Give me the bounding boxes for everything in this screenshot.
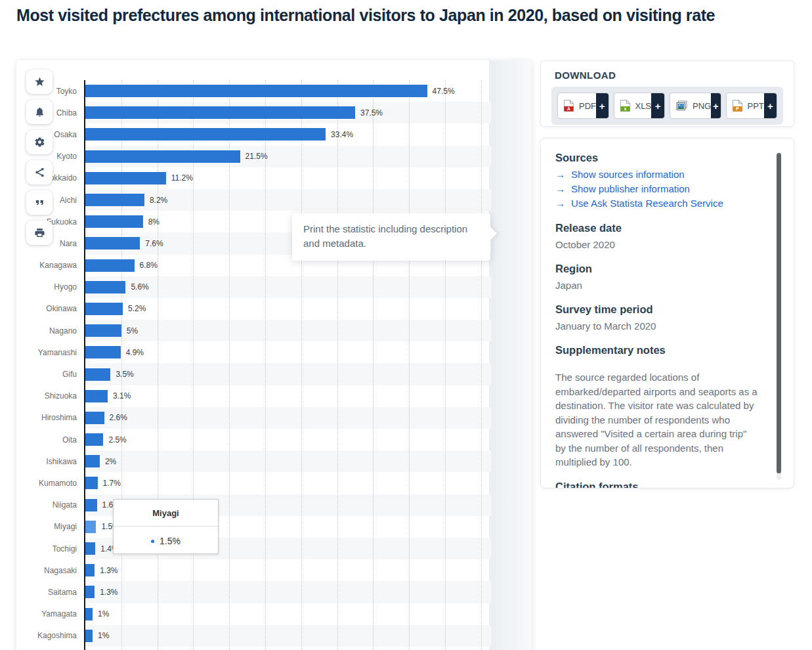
chart-bar-kyoto[interactable]	[85, 150, 240, 163]
png-download-button[interactable]: PNG+	[670, 93, 721, 119]
scrollbar-thumb[interactable]	[777, 153, 781, 473]
xls-download-button[interactable]: xXLS+	[614, 93, 666, 119]
chart-bar-hyogo[interactable]	[85, 281, 125, 293]
chart-row: Kyoto21.5%	[85, 146, 491, 167]
show-sources-information-link[interactable]: →Show sources information	[555, 167, 759, 182]
value-label: 3.5%	[116, 370, 133, 379]
region-value: Japan	[555, 278, 759, 292]
source-link-label: Use Ask Statista Research Service	[571, 196, 723, 211]
printer-icon	[34, 227, 45, 238]
chart-bar-miyagi[interactable]	[85, 521, 96, 533]
chart-bar-saitama[interactable]	[85, 586, 95, 598]
chart-bar-oita[interactable]	[85, 433, 103, 446]
page-title: Most visited prefectures among internati…	[16, 3, 784, 28]
chart-bar-kagoshima[interactable]	[85, 630, 93, 642]
ppt-download-button[interactable]: PPPT+	[726, 93, 778, 119]
value-label: 2%	[105, 457, 116, 466]
quote-icon	[34, 197, 45, 208]
category-label: Nagasaki	[16, 566, 77, 575]
print-button[interactable]	[26, 221, 53, 245]
chart-bar-kanagawa[interactable]	[85, 259, 135, 272]
pdf-label: PDF	[579, 101, 596, 111]
value-label: 33.4%	[331, 130, 353, 139]
category-label: Tochigi	[16, 544, 77, 553]
gridline	[229, 80, 230, 650]
gridline	[301, 80, 302, 650]
value-label: 47.5%	[433, 87, 455, 96]
gridline	[265, 80, 266, 650]
chart-row: Aichi8.2%	[85, 189, 491, 211]
pdf-download-button[interactable]: APDF+	[557, 93, 609, 119]
show-publisher-information-link[interactable]: →Show publisher information	[555, 182, 759, 196]
page: Most visited prefectures among internati…	[0, 0, 812, 650]
source-link-label: Show publisher information	[571, 182, 690, 196]
ppt-plus-button[interactable]: +	[764, 93, 777, 118]
chart-bar-shizuoka[interactable]	[85, 390, 108, 402]
gear-icon	[34, 137, 45, 148]
alert-button[interactable]	[26, 100, 53, 124]
category-label: Gifu	[16, 370, 77, 379]
chart-row: Kumamoto1.7%	[85, 472, 491, 494]
chart-bar-hokkaido[interactable]	[85, 172, 166, 184]
share-button[interactable]	[26, 160, 53, 184]
svg-text:P: P	[736, 106, 739, 111]
chart-row: Kagoshima1%	[85, 625, 491, 647]
value-label: 3.1%	[113, 391, 131, 401]
chart-bar-yamanashi[interactable]	[85, 346, 121, 358]
chart-bar-chiba[interactable]	[85, 106, 355, 119]
ask-statista-research-link[interactable]: →Use Ask Statista Research Service	[555, 196, 759, 211]
supplementary-notes-heading: Supplementary notes	[555, 344, 759, 357]
value-label: 7.6%	[145, 239, 163, 248]
chart-bar-tochigi[interactable]	[85, 542, 95, 555]
png-plus-button[interactable]: +	[711, 93, 720, 118]
value-label: 5%	[127, 326, 138, 336]
chart-bar-toyko[interactable]	[85, 85, 427, 97]
chart-row: Yamanashi4.9%	[85, 341, 491, 363]
value-label: 21.5%	[246, 152, 268, 161]
value-label: 5.2%	[128, 304, 146, 313]
chart-bar-fukuoka[interactable]	[85, 215, 143, 228]
gridline	[193, 80, 194, 650]
gridline	[121, 80, 122, 650]
release-date-value: October 2020	[555, 238, 759, 251]
chart-row: Nagano5%	[85, 320, 491, 341]
survey-period-heading: Survey time period	[555, 303, 759, 316]
svg-text:A: A	[567, 106, 570, 111]
chart-row: Hiroshima2.6%	[85, 407, 491, 429]
chart-bar-nagano[interactable]	[85, 324, 121, 337]
svg-text:x: x	[624, 106, 626, 112]
pdf-plus-button[interactable]: +	[596, 93, 609, 118]
chart-bar-niigata[interactable]	[85, 499, 97, 511]
value-label: 4.9%	[126, 348, 144, 357]
download-card: DOWNLOAD APDF+xXLS+PNG+PPPT+	[540, 60, 794, 127]
xls-plus-button[interactable]: +	[651, 93, 664, 118]
settings-button[interactable]	[26, 130, 53, 154]
favorite-button[interactable]	[26, 70, 53, 94]
chart-bar-osaka[interactable]	[85, 128, 326, 141]
value-label: 11.2%	[171, 173, 193, 183]
chart-bar-aichi[interactable]	[85, 194, 144, 206]
chart-bar-nagasaki[interactable]	[85, 564, 95, 576]
download-heading: DOWNLOAD	[555, 70, 794, 81]
chart-bar-yamagata[interactable]	[85, 608, 93, 620]
chart-bar-hiroshima[interactable]	[85, 412, 104, 424]
series-dot-icon	[151, 540, 154, 543]
chart-bar-kumamoto[interactable]	[85, 477, 98, 489]
value-label: 6.8%	[140, 261, 158, 270]
value-label: 37.5%	[360, 108, 383, 118]
value-label: 1.3%	[100, 566, 118, 575]
category-label: Hyogo	[16, 282, 77, 292]
chart-row: Oita2.5%	[85, 429, 491, 450]
sources-heading: Sources	[555, 152, 759, 164]
ppt-file-icon: P	[732, 99, 743, 112]
bell-icon	[34, 106, 45, 118]
supplementary-notes-text: The source regarded locations of embarke…	[555, 370, 759, 469]
chart-bar-gifu[interactable]	[85, 368, 110, 381]
category-label: Niigata	[16, 500, 77, 509]
chart-bar-ishikawa[interactable]	[85, 455, 100, 467]
value-label: 1.3%	[100, 588, 118, 597]
cite-button[interactable]	[26, 190, 53, 215]
chart-bar-nara[interactable]	[85, 237, 140, 249]
category-label: Ishikawa	[16, 457, 77, 466]
chart-bar-okinawa[interactable]	[85, 303, 123, 315]
